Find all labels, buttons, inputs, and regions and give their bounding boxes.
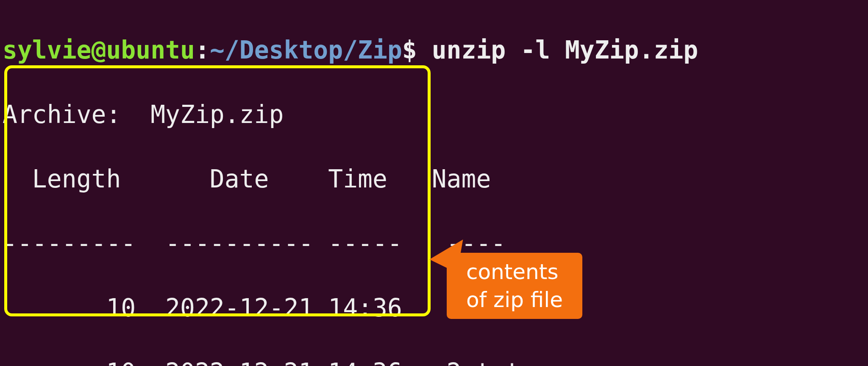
terminal[interactable]: sylvie@ubuntu:~/Desktop/Zip$ unzip -l My… — [0, 0, 868, 366]
table-header: Length Date Time Name — [3, 163, 865, 195]
command: unzip -l MyZip.zip — [417, 36, 698, 64]
prompt-host: ubuntu — [106, 36, 195, 64]
archive-line: Archive: MyZip.zip — [3, 98, 865, 131]
prompt-user: sylvie — [3, 36, 92, 64]
prompt-colon: : — [195, 36, 210, 64]
prompt-path: ~/Desktop/Zip — [210, 36, 402, 64]
table-separator: --------- ---------- ----- ---- — [3, 227, 865, 260]
prompt-dollar: $ — [402, 36, 417, 64]
table-row: 10 2022-12-21 14:36 1.txt — [3, 292, 865, 324]
prompt-at: @ — [92, 36, 106, 64]
prompt-line: sylvie@ubuntu:~/Desktop/Zip$ unzip -l My… — [3, 34, 865, 66]
table-row: 10 2022-12-21 14:36 2.txt — [3, 356, 865, 366]
